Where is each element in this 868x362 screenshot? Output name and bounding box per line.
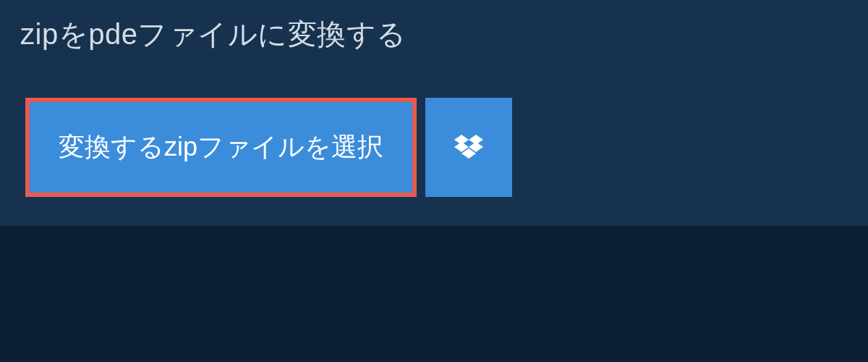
button-row: 変換するzipファイルを選択 bbox=[0, 69, 868, 197]
header: zipをpdeファイルに変換する bbox=[0, 0, 868, 69]
page-title: zipをpdeファイルに変換する bbox=[20, 14, 848, 54]
dropbox-icon bbox=[454, 135, 483, 161]
dropbox-button[interactable] bbox=[425, 98, 512, 197]
select-file-label: 変換するzipファイルを選択 bbox=[59, 130, 383, 165]
select-file-button[interactable]: 変換するzipファイルを選択 bbox=[25, 98, 417, 197]
conversion-panel: zipをpdeファイルに変換する 変換するzipファイルを選択 bbox=[0, 0, 868, 226]
